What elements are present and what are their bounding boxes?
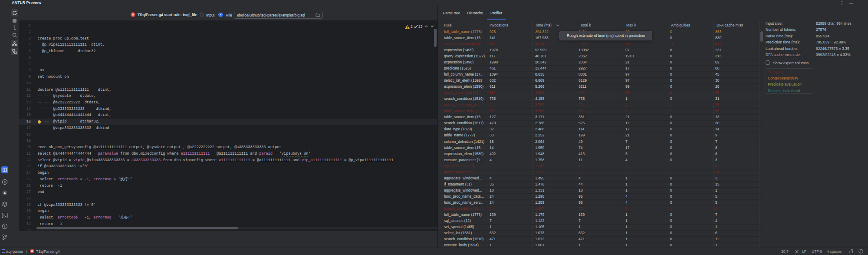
svg-text:A: A	[3, 191, 6, 195]
